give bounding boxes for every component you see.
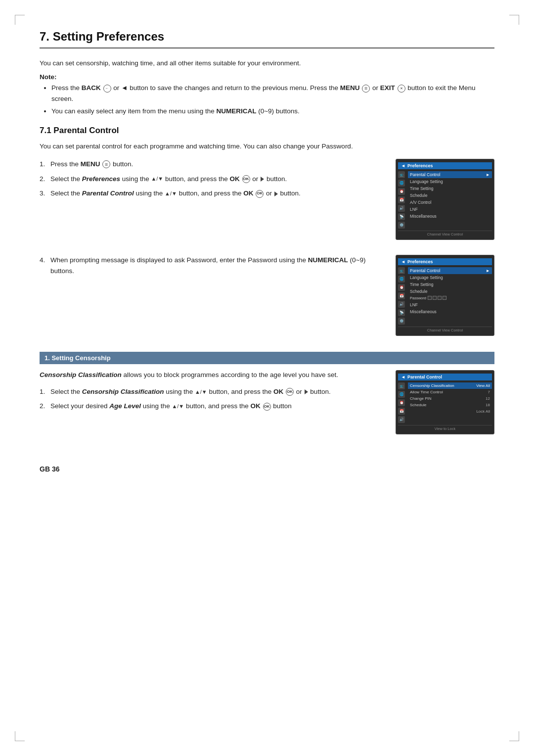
screenshot-2-footer: Channel View Control <box>398 327 492 332</box>
s-menu-item-2: Language Setting <box>408 178 492 185</box>
note-label: Note: <box>40 73 494 81</box>
pw-box-3 <box>438 296 442 300</box>
steps-col-1: 1. Press the MENU ☰ button. 2. Select th… <box>40 159 386 203</box>
ok-icon-s2: OK <box>242 175 250 183</box>
censorship-step-2: 2. Select your desired Age Level using t… <box>40 401 386 412</box>
s-menu-item-4: Schedule <box>408 192 492 199</box>
arrow-updown-c2: ▲/▼ <box>172 402 184 411</box>
screenshot-col-1: ◄ Preferences 📺 🌐 ⏰ 📅 🔊 📡 ⚙️ Parental <box>396 159 494 246</box>
note-list: Press the BACK ← or ◄ button to save the… <box>40 83 494 117</box>
note-item-1: Press the BACK ← or ◄ button to save the… <box>51 83 494 104</box>
s-menu-item-1: Parental Control► <box>408 171 492 178</box>
s2-icon-3: ⏰ <box>398 284 405 291</box>
screenshot-col-2: ◄ Preferences 📺 🌐 ⏰ 📅 🔊 📡 ⚙️ Parental <box>396 255 494 342</box>
tri-right-c1 <box>305 389 308 394</box>
page-content: 7. Setting Preferences You can set censo… <box>40 30 494 473</box>
s-icon-3: ⏰ <box>398 188 405 195</box>
screenshot-3-icons: 📺 🌐 ⏰ 📅 🔊 <box>398 382 406 423</box>
s3-menu-schedule: Schedule18 <box>408 402 492 408</box>
screenshot-2: ◄ Preferences 📺 🌐 ⏰ 📅 🔊 📡 ⚙️ Parental <box>396 255 494 336</box>
screenshot-3-body: 📺 🌐 ⏰ 📅 🔊 Censorship ClassificationView … <box>398 382 492 423</box>
s-menu-item-7: Miscellaneous <box>408 213 492 220</box>
s3-menu-lockall: Lock All <box>408 408 492 415</box>
corner-mark-tr <box>509 15 519 25</box>
s2-menu-item-6: Miscellaneous <box>408 308 492 315</box>
arrow-updown-s2: ▲/▼ <box>151 175 163 184</box>
s2-menu-item-5: LNF <box>408 301 492 308</box>
parental-steps-1-3: 1. Press the MENU ☰ button. 2. Select th… <box>40 159 386 199</box>
step-3: 3. Select the Parental Control using the… <box>40 188 386 199</box>
note-item-2: You can easily select any item from the … <box>51 106 494 117</box>
s3-icon-5: 🔊 <box>398 416 405 423</box>
corner-mark-bl <box>15 731 25 741</box>
back-icon: ← <box>103 85 111 93</box>
screenshot-3-menu: Censorship ClassificationView All Allow … <box>408 382 492 423</box>
screenshot-3-footer: View to Lock <box>398 425 492 431</box>
s3-menu-time: Allow Time Control7 <box>408 389 492 395</box>
page-footer: GB 36 <box>40 460 494 473</box>
censorship-steps-list: 1. Select the Censorship Classification … <box>40 386 386 412</box>
s-icon-2: 🌐 <box>398 180 405 187</box>
screenshot-2-tri: ◄ <box>401 259 405 264</box>
s3-icon-3: ⏰ <box>398 399 405 406</box>
s-icon-6: 📡 <box>398 213 405 220</box>
parental-steps-4: 4. When prompting message is displayed t… <box>40 255 386 276</box>
screenshot-3-header: ◄ Parental Control <box>398 374 492 380</box>
s-icon-1: 📺 <box>398 171 405 178</box>
step-1: 1. Press the MENU ☰ button. <box>40 159 386 170</box>
screenshot-3-tri: ◄ <box>401 375 405 379</box>
tri-right-s3 <box>274 191 278 196</box>
subsection-title: 7.1 Parental Control <box>40 126 494 136</box>
screenshot-1-icons: 📺 🌐 ⏰ 📅 🔊 📡 ⚙️ <box>398 171 406 229</box>
censorship-step-1: 1. Select the Censorship Classification … <box>40 386 386 397</box>
censorship-two-col: Censorship Classification allows you to … <box>40 370 494 440</box>
steps-screenshots-col2: 4. When prompting message is displayed t… <box>40 255 494 342</box>
s2-password-boxes <box>428 296 446 300</box>
s2-icon-6: 📡 <box>398 309 405 316</box>
s2-icon-2: 🌐 <box>398 276 405 283</box>
arrow-updown-s3: ▲/▼ <box>165 189 177 198</box>
s-menu-item-6: LNF <box>408 206 492 213</box>
steps-col-2: 4. When prompting message is displayed t… <box>40 255 386 280</box>
exit-icon: ✕ <box>398 85 405 93</box>
pw-box-1 <box>428 296 432 300</box>
s2-icon-7: ⚙️ <box>398 318 405 325</box>
screenshot-1-header: ◄ Preferences <box>398 162 492 169</box>
s2-password-label: Password <box>410 296 426 300</box>
section-title: 7. Setting Preferences <box>40 30 494 48</box>
screenshot-1-menu: Parental Control► Language Setting Time … <box>408 171 492 229</box>
screenshot-1-body: 📺 🌐 ⏰ 📅 🔊 📡 ⚙️ Parental Control► Languag… <box>398 171 492 229</box>
page-number: GB 36 <box>40 465 59 473</box>
s-menu-item-5: A/V Control <box>408 199 492 206</box>
step-4: 4. When prompting message is displayed t… <box>40 255 386 276</box>
s2-icon-4: 📅 <box>398 292 405 299</box>
steps-screenshots-col1: 1. Press the MENU ☰ button. 2. Select th… <box>40 159 494 246</box>
screenshot-2-body: 📺 🌐 ⏰ 📅 🔊 📡 ⚙️ Parental Control► Languag… <box>398 267 492 325</box>
ok-icon-s3: OK <box>256 190 264 198</box>
s-icon-5: 🔊 <box>398 205 405 212</box>
censorship-heading: 1. Setting Censorship <box>40 352 494 364</box>
s2-password-row: Password <box>408 295 492 301</box>
ok-icon-c2: OK <box>263 403 271 411</box>
screenshot-1: ◄ Preferences 📺 🌐 ⏰ 📅 🔊 📡 ⚙️ Parental <box>396 159 494 240</box>
pw-box-4 <box>443 296 446 300</box>
screenshot-1-title: Preferences <box>407 163 433 168</box>
screenshot-3: ◄ Parental Control 📺 🌐 ⏰ 📅 🔊 Censorship … <box>396 370 494 434</box>
screenshot-2-icons: 📺 🌐 ⏰ 📅 🔊 📡 ⚙️ <box>398 267 406 325</box>
menu-icon-s1: ☰ <box>102 160 110 168</box>
s2-menu-item-3: Time Setting <box>408 281 492 288</box>
s2-icon-1: 📺 <box>398 267 405 274</box>
s2-menu-item-4: Schedule <box>408 288 492 295</box>
s-icon-4: 📅 <box>398 196 405 203</box>
corner-mark-tl <box>15 15 25 25</box>
screenshot-2-header: ◄ Preferences <box>398 258 492 265</box>
s2-menu-item-1: Parental Control► <box>408 267 492 274</box>
s3-icon-1: 📺 <box>398 382 405 389</box>
censorship-steps-col: Censorship Classification allows you to … <box>40 370 386 416</box>
s-menu-item-3: Time Setting <box>408 185 492 192</box>
screenshot-2-title: Preferences <box>407 259 433 264</box>
s3-icon-2: 🌐 <box>398 391 405 398</box>
s3-icon-4: 📅 <box>398 408 405 415</box>
s-icon-7: ⚙️ <box>398 222 405 229</box>
pw-box-2 <box>433 296 437 300</box>
